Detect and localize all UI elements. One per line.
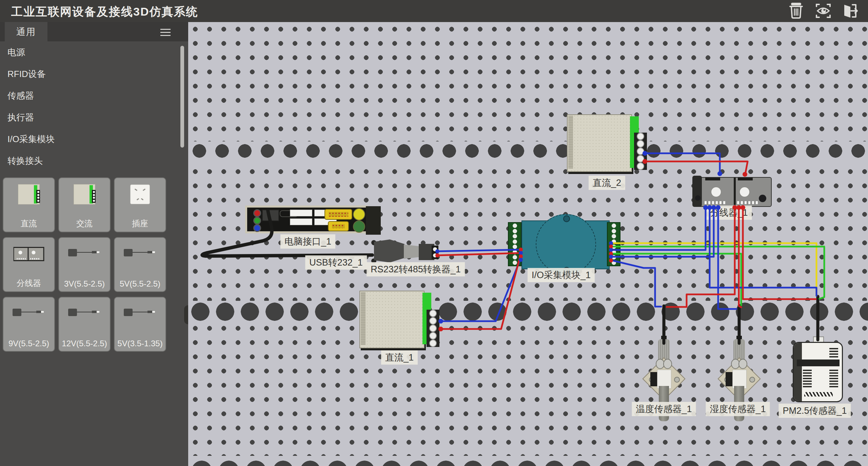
splitter-screw-left bbox=[711, 187, 722, 197]
splitter-thumbnail bbox=[14, 247, 44, 261]
io-cylinder bbox=[536, 214, 596, 274]
mount-hole bbox=[674, 377, 680, 383]
audio-jack-blue bbox=[253, 224, 261, 232]
label-dc-2: 直流_2 bbox=[589, 176, 625, 190]
dc-thumbnail bbox=[18, 184, 40, 205]
exit-icon[interactable] bbox=[841, 2, 859, 20]
sensor-ring bbox=[738, 359, 747, 369]
ac-thumbnail bbox=[74, 184, 95, 205]
io-terminal-strip-left bbox=[508, 222, 521, 266]
eye-icon[interactable] bbox=[814, 2, 832, 20]
adapter-thumbnail bbox=[68, 248, 101, 260]
palette-item-5v[interactable]: 5V(5.5-2.5) bbox=[114, 237, 166, 292]
ps2-port-yellow bbox=[353, 208, 365, 220]
device-io-module[interactable] bbox=[508, 219, 620, 270]
sidebar-item-sensor[interactable]: 传感器 bbox=[0, 85, 188, 106]
device-palette: 直流 交流 插座 分线器 3V(5.5-2.5) 5V(5.5-2.5) bbox=[3, 177, 186, 352]
splitter-hole bbox=[695, 195, 701, 201]
audio-jack-green bbox=[253, 217, 261, 225]
label-io-module: I/O采集模块_1 bbox=[528, 268, 595, 282]
usb-plug-connected bbox=[262, 210, 279, 221]
label-dc-1: 直流_1 bbox=[381, 350, 418, 365]
sidebar-item-io-module[interactable]: I/O采集模块 bbox=[0, 128, 188, 150]
splitter-end-cap bbox=[692, 176, 702, 207]
serial-port-db9 bbox=[324, 209, 352, 220]
splitter-terminal-row bbox=[737, 201, 758, 204]
sidebar: 通用 电源 RFID设备 传感器 执行器 I/O采集模块 转换接头 直流 交流 bbox=[0, 22, 188, 466]
sensor-ring bbox=[663, 359, 672, 369]
trash-icon[interactable] bbox=[787, 2, 805, 20]
pegboard-hole-row bbox=[188, 456, 868, 466]
ps2-port-green bbox=[353, 220, 365, 233]
label-pm25-sensor: PM2.5传感器_1 bbox=[778, 404, 851, 418]
label-splitter: 分线器_1 bbox=[706, 206, 752, 220]
sidebar-item-adapter[interactable]: 转换接头 bbox=[0, 150, 188, 172]
dc-terminal-block bbox=[634, 133, 647, 170]
pm25-vent bbox=[803, 370, 812, 387]
pm25-band bbox=[797, 360, 840, 366]
dc-body bbox=[359, 291, 425, 348]
sidebar-item-actuator[interactable]: 执行器 bbox=[0, 106, 188, 128]
device-computer-port[interactable] bbox=[245, 206, 368, 233]
sidebar-item-rfid[interactable]: RFID设备 bbox=[0, 63, 188, 85]
serial-port-db9 bbox=[328, 221, 349, 231]
sidebar-item-power[interactable]: 电源 bbox=[0, 41, 188, 63]
label-rs232-485: RS232转485转换器_1 bbox=[367, 262, 465, 276]
palette-item-3v[interactable]: 3V(5.5-2.5) bbox=[58, 237, 111, 292]
splitter-hole bbox=[759, 195, 766, 202]
panel-side-shadow bbox=[366, 206, 381, 235]
hamburger-menu-icon[interactable] bbox=[160, 29, 171, 36]
header-bar: 工业互联网设备及接线3D仿真系统 bbox=[0, 0, 868, 22]
palette-item-dc[interactable]: 直流 bbox=[3, 177, 55, 232]
audio-jack-red bbox=[253, 209, 261, 217]
palette-item-9v[interactable]: 9V(5.5-2.5) bbox=[3, 297, 55, 352]
dc-terminal-block bbox=[427, 310, 439, 347]
splitter-mark bbox=[738, 178, 753, 180]
io-screw-top bbox=[563, 215, 570, 222]
pegboard-hole-row bbox=[188, 141, 868, 160]
pegboard-hole-row bbox=[188, 301, 868, 323]
palette-item-splitter[interactable]: 分线器 bbox=[3, 237, 55, 292]
dc-body bbox=[567, 114, 632, 172]
label-temperature-sensor: 温度传感器_1 bbox=[632, 402, 696, 416]
sidebar-tabbar: 通用 bbox=[0, 22, 188, 41]
palette-item-12v[interactable]: 12V(5.5-2.5) bbox=[58, 297, 111, 352]
device-usb-to-232[interactable] bbox=[371, 239, 439, 265]
label-humidity-sensor: 湿度传感器_1 bbox=[706, 402, 770, 416]
splitter-screw-right bbox=[739, 187, 750, 197]
tab-general[interactable]: 通用 bbox=[5, 22, 47, 41]
usb-port bbox=[290, 218, 312, 225]
device-dc-power-2[interactable] bbox=[567, 113, 648, 173]
pm25-vent bbox=[829, 348, 838, 357]
label-usb-232: USB转232_1 bbox=[305, 255, 367, 270]
pm25-grille bbox=[804, 392, 833, 396]
splitter-divider bbox=[734, 178, 736, 205]
device-splitter[interactable] bbox=[694, 176, 772, 208]
device-dc-power-1[interactable] bbox=[359, 289, 441, 351]
palette-item-ac[interactable]: 交流 bbox=[58, 177, 111, 232]
sidebar-scrollbar[interactable] bbox=[180, 46, 184, 148]
label-computer-port: 电脑接口_1 bbox=[280, 234, 335, 249]
app-window: 工业互联网设备及接线3D仿真系统 bbox=[0, 0, 868, 466]
app-title: 工业互联网设备及接线3D仿真系统 bbox=[11, 4, 198, 20]
mount-hole bbox=[749, 377, 755, 383]
adapter-thumbnail bbox=[68, 308, 101, 319]
dc-heatsink bbox=[361, 292, 366, 345]
device-pm25-sensor[interactable] bbox=[793, 342, 844, 403]
adapter-thumbnail bbox=[13, 308, 45, 319]
rs485-terminal bbox=[432, 246, 438, 259]
dc-heatsink bbox=[568, 116, 573, 169]
usb-port bbox=[290, 210, 312, 216]
socket-thumbnail bbox=[130, 185, 150, 204]
splitter-terminal-row bbox=[705, 201, 726, 204]
db9-metal bbox=[404, 245, 419, 259]
sidebar-menu: 电源 RFID设备 传感器 执行器 I/O采集模块 转换接头 bbox=[0, 41, 188, 172]
palette-item-socket[interactable]: 插座 bbox=[114, 177, 166, 232]
palette-item-5v-small[interactable]: 5V(3.5-1.35) bbox=[114, 297, 166, 352]
pm25-side-shadow bbox=[794, 343, 802, 401]
db9-hood bbox=[374, 239, 405, 263]
io-terminal-strip-right bbox=[607, 222, 620, 266]
adapter-thumbnail bbox=[124, 308, 156, 319]
pm25-vent bbox=[829, 370, 838, 387]
splitter-mark bbox=[705, 178, 720, 180]
